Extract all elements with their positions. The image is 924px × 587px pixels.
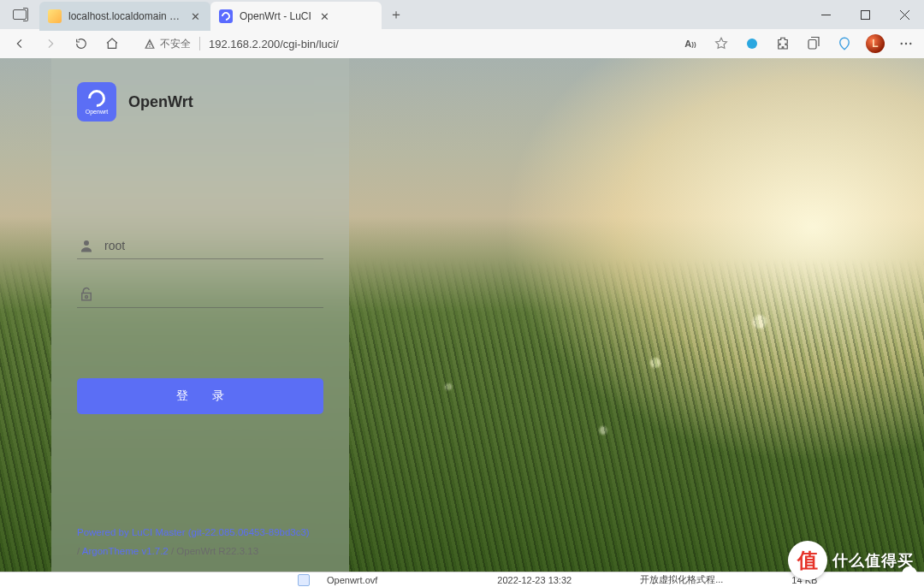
username-field-wrapper xyxy=(77,233,323,259)
favicon-vmware xyxy=(48,9,62,23)
profile-avatar[interactable]: L xyxy=(862,31,888,56)
window-close-button[interactable] xyxy=(885,0,924,29)
svg-rect-0 xyxy=(861,10,869,19)
username-input[interactable] xyxy=(104,239,322,252)
lock-icon xyxy=(79,287,94,302)
user-icon xyxy=(79,238,94,253)
watermark-text: 什么值得买 xyxy=(832,550,914,571)
extensions-button[interactable] xyxy=(770,31,796,56)
favicon-openwrt xyxy=(219,9,233,23)
svg-point-4 xyxy=(905,43,907,44)
browser-tab-strip: localhost.localdomain - VMware ✕ OpenWrt… xyxy=(0,0,924,29)
read-aloud-button[interactable]: A)) xyxy=(678,31,703,56)
window-minimize-button[interactable] xyxy=(806,0,845,29)
favorite-button[interactable] xyxy=(708,31,734,56)
url-text: 192.168.2.200/cgi-bin/luci/ xyxy=(209,38,339,50)
smzdm-watermark: 值 什么值得买 xyxy=(788,541,914,580)
brand-title: OpenWrt xyxy=(128,93,193,111)
password-input[interactable] xyxy=(104,288,322,301)
login-footer: Powered by LuCI Master (git-22.085.06453… xyxy=(77,524,323,570)
theme-link[interactable]: ArgonTheme v1.7.2 xyxy=(82,546,169,556)
brand-header: Openwrt OpenWrt xyxy=(77,82,323,122)
address-bar[interactable]: 不安全 192.168.2.200/cgi-bin/luci/ xyxy=(133,32,671,56)
back-button[interactable] xyxy=(5,31,34,56)
svg-point-1 xyxy=(747,39,757,49)
close-tab-icon[interactable]: ✕ xyxy=(318,9,332,23)
collections-button[interactable] xyxy=(801,31,826,56)
login-panel: Openwrt OpenWrt 登 录 Powered by LuCI Mast… xyxy=(51,58,349,587)
file-icon xyxy=(298,574,310,586)
more-menu-button[interactable] xyxy=(893,31,919,56)
luci-link[interactable]: Powered by LuCI Master (git-22.085.06453… xyxy=(77,527,310,537)
browser-essentials-button[interactable] xyxy=(832,31,857,56)
watermark-icon: 值 xyxy=(788,541,827,580)
close-tab-icon[interactable]: ✕ xyxy=(188,9,202,23)
login-button[interactable]: 登 录 xyxy=(77,378,323,414)
tab-title: OpenWrt - LuCI xyxy=(240,10,311,22)
extension-icon[interactable] xyxy=(739,31,765,56)
page-viewport: Openwrt OpenWrt 登 录 Powered by LuCI Mast… xyxy=(0,58,924,587)
footer-tail: / OpenWrt R22.3.13 xyxy=(169,546,258,556)
forward-button xyxy=(36,31,65,56)
svg-point-5 xyxy=(909,43,911,44)
browser-tab-vmware[interactable]: localhost.localdomain - VMware ✕ xyxy=(39,2,210,31)
home-button[interactable] xyxy=(98,31,127,56)
file-type: 开放虚拟化格式程... xyxy=(640,573,723,586)
file-date: 2022-12-23 13:32 xyxy=(497,575,572,585)
window-maximize-button[interactable] xyxy=(845,0,885,29)
new-tab-button[interactable]: ＋ xyxy=(382,0,411,29)
tab-title: localhost.localdomain - VMware xyxy=(68,10,181,22)
svg-rect-2 xyxy=(808,40,816,50)
background-window-row: Openwrt.ovf 2022-12-23 13:32 开放虚拟化格式程...… xyxy=(0,572,924,587)
browser-tab-openwrt[interactable]: OpenWrt - LuCI ✕ xyxy=(210,2,382,31)
password-field-wrapper xyxy=(77,282,323,308)
openwrt-logo-icon: Openwrt xyxy=(77,82,116,122)
insecure-label: 不安全 xyxy=(160,37,191,51)
file-name: Openwrt.ovf xyxy=(327,575,377,585)
window-controls xyxy=(806,0,924,29)
tab-actions-button[interactable] xyxy=(0,0,39,29)
refresh-button[interactable] xyxy=(67,31,96,56)
svg-point-3 xyxy=(901,43,903,44)
separator xyxy=(199,37,200,50)
browser-toolbar: 不安全 192.168.2.200/cgi-bin/luci/ A)) L xyxy=(0,29,924,58)
site-security-indicator[interactable]: 不安全 xyxy=(144,37,191,51)
